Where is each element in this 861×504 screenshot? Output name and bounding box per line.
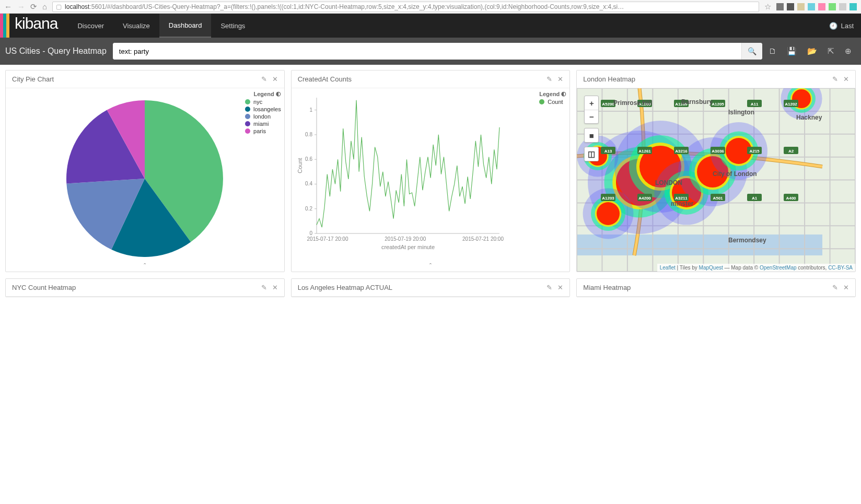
close-icon[interactable]: ✕ (272, 75, 278, 83)
map-controls: +− ■ ◫ (584, 96, 599, 161)
ext-icon[interactable] (818, 3, 825, 10)
nav-tab-settings[interactable]: Settings (211, 14, 254, 38)
edit-icon[interactable]: ✎ (546, 75, 552, 83)
edit-icon[interactable]: ✎ (261, 75, 267, 83)
panel-london-heatmap: London Heatmap ✎ ✕ A5200A1200A1209A1205A… (576, 70, 856, 272)
svg-text:0.2: 0.2 (305, 206, 312, 212)
chevron-up-icon: ˆ (144, 263, 146, 270)
home-icon[interactable]: ⌂ (42, 2, 47, 11)
nav-tab-dashboard[interactable]: Dashboard (159, 14, 212, 38)
panel-title: Los Angeles Heatmap ACTUAL (298, 284, 392, 291)
svg-text:A1202: A1202 (785, 102, 798, 107)
dashboard-grid: City Pie Chart ✎ ✕ Legend◐ nyclosangeles… (0, 65, 861, 302)
crop-button[interactable]: ◫ (585, 147, 598, 161)
svg-text:A3036: A3036 (712, 149, 725, 154)
map-london[interactable]: A5200A1200A1209A1205A11A1202A13A1261A321… (577, 88, 855, 272)
svg-text:0.4: 0.4 (305, 181, 312, 186)
time-picker[interactable]: 🕘 Last (822, 14, 861, 38)
url-bar[interactable]: ▢ localhost:5601/#/dashboard/US-Cities-Q… (52, 2, 759, 12)
svg-text:A501: A501 (713, 196, 724, 201)
panel-nyc-heatmap: NYC Count Heatmap ✎ ✕ 49567827825A440279… (5, 278, 285, 297)
query-bar: 🔍 (113, 43, 762, 60)
app-logo: kibana (9, 14, 68, 38)
ext-icon[interactable] (776, 3, 784, 10)
edit-icon[interactable]: ✎ (546, 284, 552, 291)
svg-text:A1261: A1261 (639, 149, 651, 154)
panel-title: NYC Count Heatmap (12, 284, 76, 291)
svg-text:A2: A2 (788, 149, 794, 154)
svg-text:Bermondsey: Bermondsey (728, 237, 766, 244)
browser-toolbar: ← → ⟳ ⌂ ▢ localhost:5601/#/dashboard/US-… (0, 0, 861, 14)
save-icon[interactable]: 💾 (787, 46, 797, 56)
app-navbar: kibana Discover Visualize Dashboard Sett… (0, 14, 861, 38)
ext-icon[interactable] (850, 3, 857, 10)
svg-text:Barnsbury: Barnsbury (681, 98, 713, 106)
panel-miami-heatmap: Miami Heatmap ✎ ✕ 9349341907104699858269… (576, 278, 856, 297)
edit-icon[interactable]: ✎ (261, 284, 267, 291)
legend-toggle-icon[interactable]: ◐ (276, 90, 281, 97)
nav-tabs: Discover Visualize Dashboard Settings (68, 14, 254, 38)
zoom-in-button[interactable]: + (585, 96, 598, 110)
search-button[interactable]: 🔍 (741, 43, 762, 60)
ext-icon[interactable] (797, 3, 805, 10)
map-attribution: Leaflet | Tiles by MapQuest — Map data ©… (657, 264, 855, 272)
add-icon[interactable]: ⊕ (845, 46, 852, 56)
panel-title: CreatedAt Counts (298, 75, 352, 83)
share-icon[interactable]: ⇱ (828, 46, 834, 56)
close-icon[interactable]: ✕ (843, 75, 849, 83)
svg-text:0.6: 0.6 (305, 156, 312, 162)
line-legend: Legend◐ Count (539, 90, 566, 106)
svg-text:A4200: A4200 (639, 196, 651, 201)
dashboard-actions: 🗋 💾 📂 ⇱ ⊕ (769, 46, 856, 56)
panel-collapse[interactable]: ˆ (6, 261, 284, 272)
ext-icon[interactable] (829, 3, 836, 10)
close-icon[interactable]: ✕ (843, 284, 849, 291)
svg-text:0.8: 0.8 (305, 132, 312, 137)
svg-text:minster: minster (671, 200, 694, 207)
close-icon[interactable]: ✕ (557, 284, 563, 291)
ext-icon[interactable] (839, 3, 846, 10)
edit-icon[interactable]: ✎ (832, 284, 838, 291)
edit-icon[interactable]: ✎ (832, 75, 838, 83)
fit-button[interactable]: ■ (585, 128, 598, 142)
svg-text:A400: A400 (786, 196, 797, 201)
star-icon[interactable]: ☆ (764, 2, 771, 11)
svg-text:2015-07-17 20:00: 2015-07-17 20:00 (307, 236, 348, 242)
page-icon: ▢ (56, 3, 62, 10)
back-icon[interactable]: ← (4, 2, 12, 11)
svg-text:A1205: A1205 (712, 102, 725, 107)
nav-tab-visualize[interactable]: Visualize (113, 14, 159, 38)
close-icon[interactable]: ✕ (272, 284, 278, 291)
dashboard-subbar: US Cities - Query Heatmap 🔍 🗋 💾 📂 ⇱ ⊕ (0, 38, 861, 65)
pie-chart (56, 95, 234, 257)
panel-city-pie: City Pie Chart ✎ ✕ Legend◐ nyclosangeles… (5, 70, 285, 272)
svg-text:LONDON: LONDON (655, 179, 682, 186)
svg-text:A1: A1 (752, 196, 758, 201)
ext-icon[interactable] (787, 3, 794, 10)
svg-text:0: 0 (309, 230, 312, 236)
panel-title: London Heatmap (583, 75, 635, 83)
svg-text:A13: A13 (604, 149, 612, 154)
svg-text:Primrose Hill: Primrose Hill (613, 99, 652, 107)
zoom-out-button[interactable]: − (585, 110, 598, 123)
legend-toggle-icon[interactable]: ◐ (561, 90, 566, 97)
reload-icon[interactable]: ⟳ (30, 2, 37, 11)
svg-text:Hackney: Hackney (796, 114, 822, 121)
forward-icon: → (17, 2, 25, 11)
svg-text:A5200: A5200 (602, 102, 615, 107)
nav-tab-discover[interactable]: Discover (68, 14, 113, 38)
svg-point-65 (597, 202, 620, 225)
time-label: Last (841, 22, 854, 30)
svg-text:Islington: Islington (728, 109, 754, 116)
dashboard-title: US Cities - Query Heatmap (5, 46, 107, 56)
ext-icon[interactable] (808, 3, 815, 10)
new-icon[interactable]: 🗋 (769, 46, 776, 56)
svg-text:A11: A11 (751, 102, 759, 107)
brand-stripes (0, 14, 9, 38)
query-input[interactable] (113, 43, 741, 60)
line-chart: 00.20.40.60.812015-07-17 20:002015-07-19… (296, 92, 536, 254)
close-icon[interactable]: ✕ (557, 75, 563, 83)
panel-collapse[interactable]: ˆ (292, 261, 570, 272)
open-icon[interactable]: 📂 (807, 46, 817, 56)
panel-title: City Pie Chart (12, 75, 54, 83)
